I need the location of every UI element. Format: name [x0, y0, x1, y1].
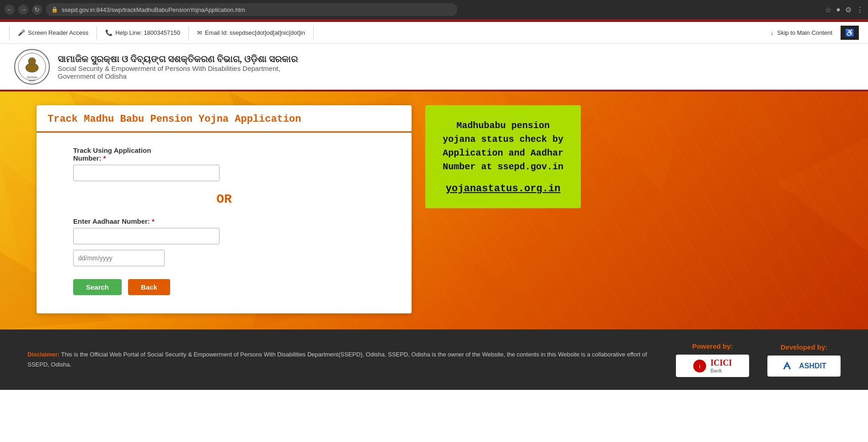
back-button[interactable]: ← [5, 5, 15, 15]
svg-marker-13 [595, 92, 686, 192]
side-panel-text: Madhubabu pension yojana status check by… [438, 119, 568, 174]
forward-button[interactable]: → [18, 5, 28, 15]
address-bar[interactable]: 🔒 ssepd.gov.in:8443/swp/trackMadhuBabuPe… [46, 3, 457, 16]
microphone-icon: 🎤 [18, 29, 25, 36]
site-title-en-line1: Social Security & Empowerment of Persons… [58, 65, 280, 72]
form-card-header: Track Madhu Babu Pension Yojna Applicati… [37, 105, 412, 133]
svg-marker-17 [732, 92, 823, 220]
required-star-1: * [103, 154, 106, 162]
menu-icon[interactable]: ⋮ [856, 5, 863, 14]
powered-by-section: Powered by: i ICICI Bank [676, 342, 749, 377]
browser-chrome: ← → ↻ 🔒 ssepd.gov.in:8443/swp/trackMadhu… [0, 0, 868, 19]
screen-reader-label: Screen Reader Access [28, 29, 88, 36]
form-card-title: Track Madhu Babu Pension Yojna Applicati… [48, 113, 401, 125]
track-label: Track Using Application Number: * [73, 146, 375, 162]
site-title-block: ସାମାଜିକ ସୁରକ୍ଷା ଓ ଦିବ୍ୟଙ୍ଗ ସଶକ୍ତିକରଣ ବିଭ… [58, 54, 298, 80]
aadhaar-label: Enter Aadhaar Number: * [73, 217, 375, 225]
svg-text:i: i [699, 364, 701, 369]
svg-text:GOVT: GOVT [29, 79, 35, 82]
site-title-odia: ସାମାଜିକ ସୁରକ୍ଷା ଓ ଦିବ୍ୟଙ୍ଗ ସଶକ୍ତିକରଣ ବିଭ… [58, 54, 298, 65]
wheelchair-icon: ♿ [845, 29, 854, 37]
form-buttons: Search Back [73, 279, 375, 295]
aadhaar-number-input[interactable] [73, 228, 220, 244]
ashdit-logo-box: ASHDIT [767, 356, 841, 377]
extensions-icon[interactable]: ⚙ [845, 5, 852, 14]
developed-by-section: Developed by: ASHDIT [767, 343, 841, 377]
svg-text:ODISHA: ODISHA [27, 76, 37, 79]
refresh-button[interactable]: ↻ [32, 5, 42, 15]
bookmark-icon[interactable]: ☆ [825, 5, 831, 14]
site-logo: ODISHA GOVT [14, 49, 50, 85]
developed-label: Developed by: [781, 343, 828, 351]
screen-reader-link[interactable]: 🎤 Screen Reader Access [9, 27, 97, 39]
icici-logo-box: i ICICI Bank [676, 355, 749, 377]
arrow-down-icon: ↓ [771, 29, 774, 36]
browser-icons: ☆ ● ⚙ ⋮ [825, 5, 863, 14]
or-divider: OR [73, 192, 375, 206]
email-link[interactable]: ✉ Email Id: ssepdsec[dot]od[at]nic[dot]i… [189, 27, 314, 39]
footer-disclaimer: Disclaimer: This is the Official Web Por… [27, 350, 658, 370]
application-number-input[interactable] [73, 165, 220, 181]
helpline-label: Help Line: 18003457150 [115, 29, 180, 36]
info-bar: 🎤 Screen Reader Access 📞 Help Line: 1800… [0, 22, 868, 44]
email-icon: ✉ [197, 29, 202, 36]
icici-name: ICICI [710, 358, 732, 368]
site-title-en: Social Security & Empowerment of Persons… [58, 65, 298, 80]
icici-icon: i [693, 359, 707, 373]
form-card-body: Track Using Application Number: * OR Ent… [37, 133, 412, 313]
accessibility-button[interactable]: ♿ [841, 26, 859, 40]
url-text: ssepd.gov.in:8443/swp/trackMadhuBabuPens… [62, 6, 245, 13]
email-label: Email Id: ssepdsec[dot]od[at]nic[dot]in [205, 29, 305, 36]
svg-marker-18 [777, 137, 868, 252]
footer: Disclaimer: This is the Official Web Por… [0, 329, 868, 390]
search-button[interactable]: Search [73, 279, 122, 295]
icici-bank-label: Bank [710, 368, 732, 373]
skip-label: Skip to Main Content [777, 29, 832, 36]
phone-icon: 📞 [105, 29, 113, 36]
main-content: Track Madhu Babu Pension Yojna Applicati… [0, 92, 868, 329]
disclaimer-text: This is the Official Web Portal of Socia… [27, 351, 647, 368]
helpline-link[interactable]: 📞 Help Line: 18003457150 [97, 27, 189, 39]
site-title-en-line2: Government of Odisha [58, 72, 127, 80]
disclaimer-label: Disclaimer: [27, 351, 59, 358]
svg-point-3 [28, 58, 36, 65]
date-input[interactable] [73, 250, 165, 266]
back-button-form[interactable]: Back [128, 279, 170, 295]
required-star-2: * [152, 217, 155, 225]
svg-marker-22 [457, 252, 549, 329]
site-header: ODISHA GOVT ସାମାଜିକ ସୁରକ୍ଷା ଓ ଦିବ୍ୟଙ୍ଗ ସ… [0, 44, 868, 92]
side-panel-link[interactable]: yojanastatus.org.in [438, 183, 568, 194]
ashdit-icon [782, 359, 795, 373]
profile-icon[interactable]: ● [836, 5, 841, 14]
form-card: Track Madhu Babu Pension Yojna Applicati… [37, 105, 412, 313]
ashdit-name: ASHDIT [799, 362, 826, 370]
side-panel: Madhubabu pension yojana status check by… [425, 105, 581, 208]
powered-label: Powered by: [692, 342, 733, 350]
skip-to-main[interactable]: ↓ Skip to Main Content ♿ [771, 26, 859, 40]
